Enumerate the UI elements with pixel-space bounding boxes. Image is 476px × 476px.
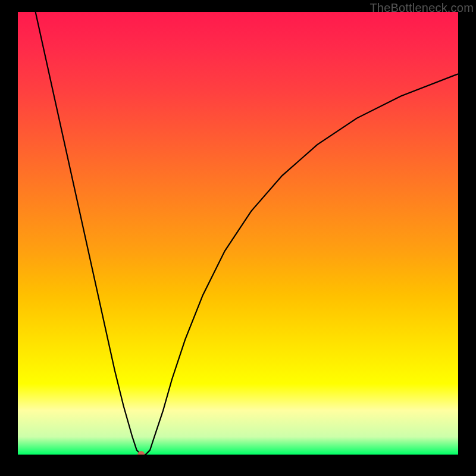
bottleneck-curve xyxy=(36,12,458,455)
chart-frame: TheBottleneck.com xyxy=(0,0,476,476)
curve-svg xyxy=(18,12,458,455)
plot-area xyxy=(18,12,458,455)
watermark-text: TheBottleneck.com xyxy=(369,1,474,15)
